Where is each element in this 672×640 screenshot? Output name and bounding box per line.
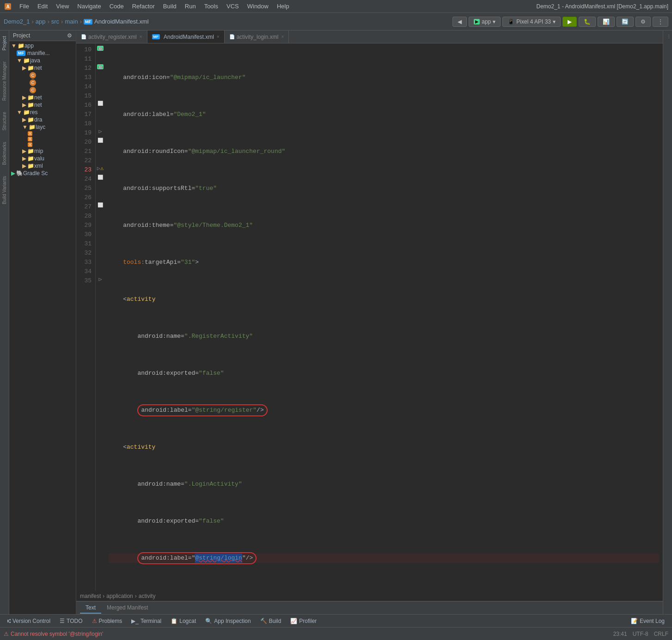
resource-manager-tab[interactable]: Resource Manager [1, 58, 8, 104]
project-tab[interactable]: Project [1, 32, 8, 54]
tab-activity-login[interactable]: 📄 activity_login.xml × [225, 30, 289, 43]
tree-item-net1[interactable]: ▶ 📁 net [9, 64, 76, 72]
settings-button[interactable]: ⚙ [635, 17, 651, 27]
tree-item-net3[interactable]: ▶ 📁 net [9, 101, 76, 109]
profile-button[interactable]: 📊 [598, 17, 615, 27]
tab-text[interactable]: Text [80, 603, 101, 614]
fold-16[interactable]: ⬜ [98, 101, 103, 106]
right-tab-1[interactable]: … [664, 32, 671, 41]
xml3-icon: X [28, 142, 32, 147]
version-control-btn[interactable]: ⑆ Version Control [4, 617, 54, 625]
tree-item-drawable[interactable]: ▶ 📁 dra [9, 116, 76, 123]
profiler-btn[interactable]: 📈 Profiler [287, 617, 320, 625]
code-line-10: android:icon="@mipmap/ic_launcher" [109, 73, 659, 82]
net2-label: net [34, 94, 42, 101]
device-label: Pixel 4 API 33 [516, 18, 551, 25]
tab-activity-register[interactable]: 📄 activity_register.xml × [76, 30, 147, 43]
tree-item-xml3[interactable]: X [9, 142, 76, 147]
tab-activity-register-label: activity_register.xml [88, 34, 137, 40]
res-expand-icon: ▼ [17, 109, 22, 116]
tree-item-xml-folder[interactable]: ▶ 📁 xml [9, 162, 76, 170]
problems-btn[interactable]: ⚠ Problems [88, 617, 126, 625]
breadcrumb-project[interactable]: Demo2_1 [4, 18, 30, 25]
toolbar: Demo2_1 › app › src › main › MF AndroidM… [0, 13, 672, 30]
menu-view[interactable]: View [52, 2, 73, 11]
app-folder-icon2: 📁 [18, 43, 24, 49]
device-btn[interactable]: 📱 Pixel 4 API 33 ▾ [502, 17, 561, 27]
fold-24[interactable]: ⬜ [98, 175, 103, 180]
logcat-btn[interactable]: 📋 Logcat [167, 617, 200, 625]
structure-tab[interactable]: Structure [1, 108, 8, 134]
menu-navigate[interactable]: Navigate [73, 2, 104, 11]
tab-activity-login-close[interactable]: × [281, 34, 284, 39]
drawable-folder-icon: 📁 [27, 116, 34, 123]
menu-run[interactable]: Run [181, 2, 200, 11]
run-button[interactable]: ▶ [562, 17, 577, 27]
app-inspection-btn[interactable]: 🔍 App Inspection [202, 617, 254, 625]
tab-activity-login-label: activity_login.xml [237, 34, 279, 40]
breadcrumb-main[interactable]: main [65, 18, 78, 25]
menu-edit[interactable]: Edit [34, 2, 51, 11]
menu-window[interactable]: Window [244, 2, 272, 11]
tree-item-xml2[interactable]: X [9, 136, 76, 142]
status-right: 23:41 UTF-8 CRLF [613, 631, 668, 637]
breadcrumb-file[interactable]: AndroidManifest.xml [94, 18, 149, 25]
build-btn[interactable]: 🔨 Build [257, 617, 285, 625]
terminal-btn[interactable]: ▶_ Terminal [128, 617, 165, 625]
debug-button[interactable]: 🐛 [579, 17, 596, 27]
tab-manifest-icon: MF [152, 34, 160, 39]
breadcrumb-src[interactable]: src [51, 18, 59, 25]
menu-refactor[interactable]: Refactor [128, 2, 159, 11]
code-content[interactable]: android:icon="@mipmap/ic_launcher" andro… [105, 43, 663, 591]
run-config-btn[interactable]: ▶ app ▾ [469, 17, 501, 27]
code-line-22: android:exported="false" [109, 517, 659, 526]
java-expand-icon: ▼ [17, 57, 22, 64]
back-button[interactable]: ◀ [452, 17, 467, 27]
tree-item-class2[interactable]: C [9, 79, 76, 86]
tree-item-manifests[interactable]: MF manifie... [9, 49, 76, 57]
svg-text:A: A [6, 4, 9, 9]
fold-27[interactable]: ⬜ [98, 202, 103, 208]
java-folder-icon: 📁 [23, 57, 30, 64]
tree-item-mipmap[interactable]: ▶ 📁 mip [9, 147, 76, 155]
menu-help[interactable]: Help [273, 2, 293, 11]
tree-item-layout[interactable]: ▼ 📁 layc [9, 123, 76, 131]
code-line-16: <activity [109, 295, 659, 304]
menu-code[interactable]: Code [106, 2, 128, 11]
todo-label: TODO [67, 618, 82, 624]
sync-button[interactable]: 🔄 [617, 17, 634, 27]
tab-androidmanifest[interactable]: MF AndroidManifest.xml × [147, 30, 225, 43]
menu-file[interactable]: File [16, 2, 33, 11]
build-variants-tab[interactable]: Build Variants [1, 172, 8, 208]
oval-register: android:label="@string/register"/> [137, 404, 267, 416]
tree-item-values[interactable]: ▶ 📁 valu [9, 155, 76, 162]
event-log-btn[interactable]: 📝 Event Log [627, 617, 668, 625]
menu-vcs[interactable]: VCS [223, 2, 243, 11]
code-line-18: android:exported="false" [109, 369, 659, 378]
code-editor[interactable]: 10 11 12 13 14 15 16 17 18 19 20 21 22 2… [76, 43, 663, 591]
breadcrumb-manifest[interactable]: manifest [80, 593, 101, 599]
tree-item-app[interactable]: ▼ 📁 app [9, 42, 76, 49]
tree-item-class3[interactable]: C [9, 86, 76, 94]
tree-item-xml1[interactable]: X [9, 131, 76, 136]
breadcrumb-application[interactable]: application [106, 593, 133, 599]
bookmarks-tab[interactable]: Bookmarks [1, 138, 8, 169]
tab-merged-manifest[interactable]: Merged Manifest [101, 603, 153, 614]
manifest-badge: MF [84, 19, 92, 24]
tree-item-java[interactable]: ▼ 📁 java [9, 57, 76, 64]
tree-item-class1[interactable]: C [9, 72, 76, 79]
panel-options[interactable]: ⚙ [67, 32, 72, 39]
breadcrumb-app[interactable]: app [36, 18, 46, 25]
tree-item-res[interactable]: ▼ 📁 res [9, 109, 76, 116]
net3-expand-icon: ▶ [22, 102, 26, 108]
more-button[interactable]: ⋮ [653, 17, 668, 27]
todo-btn[interactable]: ☰ TODO [56, 617, 86, 625]
menu-tools[interactable]: Tools [201, 2, 222, 11]
fold-20[interactable]: ⬜ [98, 138, 103, 143]
tree-item-net2[interactable]: ▶ 📁 net [9, 94, 76, 101]
menu-build[interactable]: Build [159, 2, 180, 11]
breadcrumb-activity[interactable]: activity [139, 593, 156, 599]
tree-item-gradle[interactable]: ▶ 🐘 Gradle Sc [9, 170, 76, 177]
tab-activity-register-close[interactable]: × [140, 34, 142, 39]
tab-androidmanifest-close[interactable]: × [217, 34, 220, 39]
